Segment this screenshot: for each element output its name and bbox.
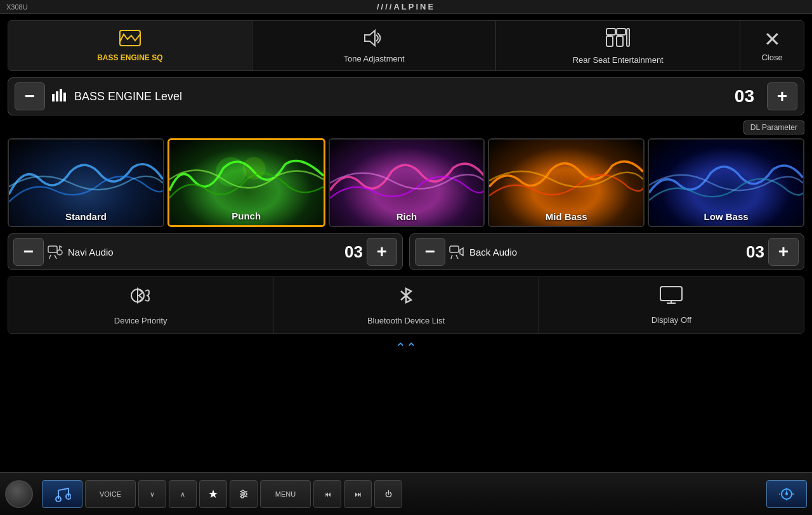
bluetooth-icon xyxy=(396,285,416,311)
tab-bass-engine-sq-label: BASS ENGINE SQ xyxy=(97,53,162,62)
voice-button[interactable]: VOICE xyxy=(85,480,136,508)
bass-engine-value: 03 xyxy=(723,86,754,107)
tab-tone-label: Tone Adjastment xyxy=(343,54,404,63)
scroll-up-icon[interactable]: ⌃⌃ xyxy=(395,340,417,355)
svg-rect-3 xyxy=(606,36,613,46)
audio-controls-row: − Navi Audio 03 + − xyxy=(8,233,804,270)
svg-rect-4 xyxy=(617,29,625,35)
bass-engine-level-row: − BASS ENGINE Level 03 + xyxy=(8,77,804,115)
back-audio-label: Back Audio xyxy=(449,245,735,259)
nav-down-button[interactable]: ∨ xyxy=(138,480,166,508)
svg-point-24 xyxy=(244,493,247,495)
nav-up-button[interactable]: ∧ xyxy=(169,480,197,508)
preset-rich[interactable]: Rich xyxy=(329,138,485,227)
music-button[interactable] xyxy=(42,480,82,508)
close-icon: ✕ xyxy=(764,29,781,49)
display-off-label: Display Off xyxy=(652,315,691,325)
preset-mid-bass[interactable]: Mid Bass xyxy=(488,138,645,227)
navi-audio-increment-button[interactable]: + xyxy=(367,238,397,266)
tab-rear-seat-label: Rear Seat Entertainment xyxy=(573,55,664,65)
svg-rect-9 xyxy=(60,89,62,101)
svg-rect-7 xyxy=(52,94,55,101)
svg-rect-5 xyxy=(617,36,623,46)
device-priority-button[interactable]: Device Priority xyxy=(8,277,273,333)
navi-audio-value: 03 xyxy=(337,242,363,262)
preset-rich-label: Rich xyxy=(393,207,421,226)
navi-audio-box: − Navi Audio 03 + xyxy=(8,233,403,270)
svg-point-11 xyxy=(216,157,247,187)
eq-button[interactable] xyxy=(230,480,258,508)
preset-mid-bass-label: Mid Bass xyxy=(542,207,591,226)
preset-punch[interactable]: Punch xyxy=(167,138,325,227)
bars-icon xyxy=(51,88,68,105)
presets-row: Standard Punch Rich xyxy=(8,138,804,227)
tab-close[interactable]: ✕ Close xyxy=(740,21,804,70)
navigation-button[interactable] xyxy=(766,480,807,508)
svg-point-23 xyxy=(242,490,244,493)
brand-logo: ////ALPINE xyxy=(377,2,435,11)
svg-rect-8 xyxy=(56,91,58,101)
back-audio-increment-button[interactable]: + xyxy=(768,238,799,266)
svg-point-14 xyxy=(57,250,62,255)
display-off-button[interactable]: Display Off xyxy=(539,277,804,333)
bass-engine-increment-button[interactable]: + xyxy=(767,82,797,110)
svg-rect-2 xyxy=(606,29,615,35)
preset-standard[interactable]: Standard xyxy=(8,138,164,227)
preset-low-bass-label: Low Bass xyxy=(700,207,752,226)
scroll-indicator: ⌃⌃ xyxy=(8,337,804,358)
fast-forward-button[interactable]: ⏭ xyxy=(344,480,372,508)
bass-engine-label: BASS ENGINE Level xyxy=(51,88,716,105)
power-button[interactable]: ⏻ xyxy=(374,480,402,508)
nav-tabs: BASS ENGINE SQ Tone Adjastment xyxy=(8,20,804,71)
tab-close-label: Close xyxy=(761,53,782,62)
bluetooth-phone-icon xyxy=(129,285,153,311)
display-icon xyxy=(659,285,683,310)
svg-rect-13 xyxy=(48,246,57,252)
svg-rect-17 xyxy=(660,287,682,301)
svg-rect-15 xyxy=(450,246,459,252)
svg-marker-1 xyxy=(365,30,375,46)
preset-punch-label: Punch xyxy=(228,207,265,225)
navi-audio-label: Navi Audio xyxy=(48,245,334,259)
physical-bar: VOICE ∨ ∧ ★ MENU ⏮ ⏭ ⏻ xyxy=(0,472,812,515)
rear-seat-icon xyxy=(605,27,631,52)
tab-rear-seat[interactable]: Rear Seat Entertainment xyxy=(496,21,740,70)
main-screen: BASS ENGINE SQ Tone Adjastment xyxy=(0,14,812,472)
bluetooth-device-list-button[interactable]: Bluetooth Device List xyxy=(273,277,539,333)
dl-parameter-row: DL Parameter xyxy=(8,121,804,134)
rewind-button[interactable]: ⏮ xyxy=(313,480,341,508)
navi-audio-decrement-button[interactable]: − xyxy=(13,238,44,266)
dl-parameter-button[interactable]: DL Parameter xyxy=(743,121,804,134)
tab-bass-engine-sq[interactable]: BASS ENGINE SQ xyxy=(8,21,252,70)
back-audio-box: − Back Audio 03 + xyxy=(409,233,804,270)
svg-rect-10 xyxy=(63,93,66,101)
tab-tone-adjustment[interactable]: Tone Adjastment xyxy=(252,21,497,70)
model-id: X308U xyxy=(6,3,28,11)
top-bar: X308U ////ALPINE xyxy=(0,0,812,14)
volume-knob[interactable] xyxy=(5,480,33,508)
svg-rect-6 xyxy=(627,29,629,46)
bottom-controls: Device Priority Bluetooth Device List Di… xyxy=(8,277,804,334)
back-audio-decrement-button[interactable]: − xyxy=(415,238,445,266)
menu-button[interactable]: MENU xyxy=(260,480,311,508)
svg-point-12 xyxy=(242,157,265,179)
preset-standard-label: Standard xyxy=(62,207,110,226)
back-audio-value: 03 xyxy=(739,242,764,262)
device-priority-label: Device Priority xyxy=(114,316,167,325)
preset-low-bass[interactable]: Low Bass xyxy=(648,138,804,227)
bass-engine-icon xyxy=(119,29,141,50)
bluetooth-device-list-label: Bluetooth Device List xyxy=(367,316,445,325)
bass-engine-decrement-button[interactable]: − xyxy=(15,82,45,110)
speaker-icon xyxy=(363,29,385,51)
favorite-button[interactable]: ★ xyxy=(199,480,227,508)
svg-point-25 xyxy=(241,495,244,498)
